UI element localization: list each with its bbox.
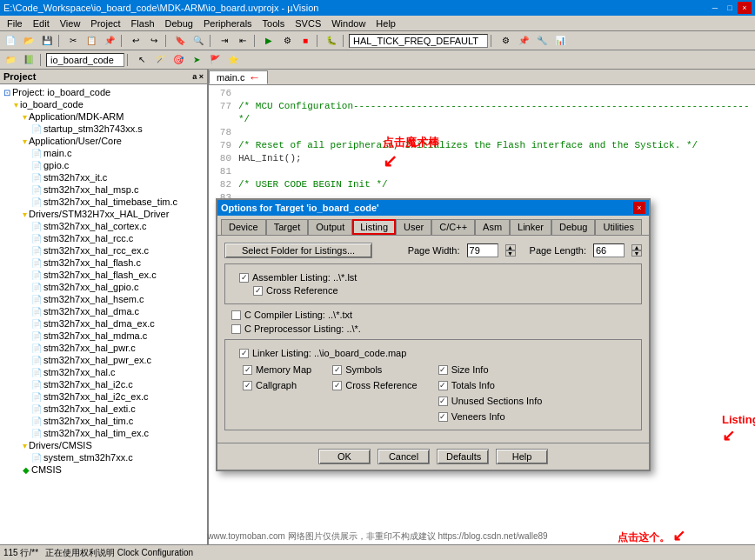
spin-down2[interactable]: ▼ xyxy=(631,250,642,257)
cross-ref2-cb[interactable] xyxy=(332,381,342,390)
dialog-tabs: Device Target Output Listing User C/C++ … xyxy=(217,216,649,236)
linker-listing-cb[interactable] xyxy=(239,349,249,358)
tab-target[interactable]: Target xyxy=(266,219,309,235)
tab-utilities[interactable]: Utilities xyxy=(595,219,641,235)
linker-col1: Memory Map Callgraph xyxy=(236,362,311,424)
cross-ref2-row: Cross Reference xyxy=(325,380,418,390)
page-length-spinner[interactable]: ▲ ▼ xyxy=(631,244,642,257)
totals-label: Totals Info xyxy=(451,380,495,390)
annotation-wand: 点击魔术棒 ↙ xyxy=(383,135,439,171)
annotation-listing-text: Listing xyxy=(722,413,755,426)
page-length-input[interactable] xyxy=(593,243,625,257)
linker-col3: Size Info Totals Info Unused Sections In… xyxy=(431,362,543,424)
c-compiler-cb[interactable] xyxy=(231,310,241,320)
totals-cb[interactable] xyxy=(438,381,448,390)
linker-listing-row: Linker Listing: ..\io_board_code.map xyxy=(232,348,634,358)
assembler-listing-label: Assembler Listing: ..\*.lst xyxy=(252,272,357,283)
spin-down[interactable]: ▼ xyxy=(505,250,516,257)
callgraph-cb[interactable] xyxy=(243,381,252,390)
annotation-click-text: 点击这个。 xyxy=(618,531,670,543)
tab-device[interactable]: Device xyxy=(221,219,266,235)
linker-listing-label: Linker Listing: ..\io_board_code.map xyxy=(252,348,406,358)
tab-linker[interactable]: Linker xyxy=(510,219,551,235)
veneers-row: Veneers Info xyxy=(431,411,543,422)
symbols-row: Symbols xyxy=(325,364,418,375)
ok-button[interactable]: OK xyxy=(318,449,371,464)
unused-label: Unused Sections Info xyxy=(451,396,543,406)
page-length-label: Page Length: xyxy=(530,245,586,256)
tab-user[interactable]: User xyxy=(396,219,431,235)
unused-cb[interactable] xyxy=(438,397,448,406)
help-button[interactable]: Help xyxy=(496,449,548,464)
cross-ref-label: Cross Reference xyxy=(266,285,338,296)
tab-asm[interactable]: Asm xyxy=(475,219,510,235)
cross-ref2-label: Cross Reference xyxy=(345,380,418,390)
memory-map-row: Memory Map xyxy=(236,364,311,375)
c-compiler-row: C Compiler Listing: ..\*.txt xyxy=(224,310,642,320)
callgraph-row: Callgraph xyxy=(236,380,311,390)
c-preproc-row: C Preprocessor Listing: ..\*. xyxy=(224,323,642,334)
linker-col2: Symbols Cross Reference xyxy=(325,362,418,424)
tab-listing[interactable]: Listing xyxy=(352,219,396,235)
spin-up2[interactable]: ▲ xyxy=(631,244,642,250)
cross-ref-cb[interactable] xyxy=(253,286,263,296)
totals-row: Totals Info xyxy=(431,380,543,390)
defaults-button[interactable]: Defaults xyxy=(437,449,489,464)
size-info-row: Size Info xyxy=(431,364,543,375)
size-info-label: Size Info xyxy=(451,364,489,375)
tab-output[interactable]: Output xyxy=(308,219,352,235)
cancel-button[interactable]: Cancel xyxy=(378,449,430,464)
page-width-spinner[interactable]: ▲ ▼ xyxy=(505,244,516,257)
annotation-listing: Listing ↙ xyxy=(722,413,755,445)
c-compiler-label: C Compiler Listing: ..\*.txt xyxy=(244,310,352,320)
veneers-label: Veneers Info xyxy=(451,411,505,422)
size-info-cb[interactable] xyxy=(438,365,448,375)
dialog-content: Select Folder for Listings... Page Width… xyxy=(217,236,649,443)
symbols-cb[interactable] xyxy=(332,365,342,375)
dialog-title-text: Options for Target 'io_board_code' xyxy=(221,203,633,213)
linker-section: Linker Listing: ..\io_board_code.map Mem… xyxy=(224,339,642,430)
callgraph-label: Callgraph xyxy=(256,380,297,390)
tab-cpp[interactable]: C/C++ xyxy=(431,219,475,235)
memory-map-label: Memory Map xyxy=(256,364,311,375)
assembler-section: Assembler Listing: ..\*.lst Cross Refere… xyxy=(224,263,642,304)
top-settings-row: Select Folder for Listings... Page Width… xyxy=(224,243,642,258)
annotation-wand-text: 点击魔术棒 xyxy=(383,136,439,149)
options-dialog: Options for Target 'io_board_code' × Dev… xyxy=(216,198,651,471)
dialog-overlay: 点击魔术棒 ↙ Options for Target 'io_board_cod… xyxy=(0,0,755,560)
linker-options: Memory Map Callgraph Symbols xyxy=(232,362,634,424)
c-preproc-label: C Preprocessor Listing: ..\*. xyxy=(244,323,361,334)
spin-up[interactable]: ▲ xyxy=(505,244,516,250)
cross-ref-row: Cross Reference xyxy=(232,285,634,296)
unused-row: Unused Sections Info xyxy=(431,396,543,406)
dialog-title-bar: Options for Target 'io_board_code' × xyxy=(217,200,649,216)
select-folder-btn[interactable]: Select Folder for Listings... xyxy=(224,243,372,258)
tab-debug[interactable]: Debug xyxy=(551,219,595,235)
dialog-footer: OK Cancel Defaults Help xyxy=(217,443,649,470)
annotation-click: 点击这个。 ↙ xyxy=(618,526,685,545)
page-width-label: Page Width: xyxy=(408,245,460,256)
page-width-input[interactable] xyxy=(467,243,498,257)
assembler-listing-cb[interactable] xyxy=(239,273,249,283)
memory-map-cb[interactable] xyxy=(243,365,252,375)
c-preproc-cb[interactable] xyxy=(231,324,241,334)
assembler-listing-row: Assembler Listing: ..\*.lst xyxy=(232,272,634,283)
dialog-close-button[interactable]: × xyxy=(633,202,645,214)
veneers-cb[interactable] xyxy=(438,412,448,422)
symbols-label: Symbols xyxy=(345,364,382,375)
